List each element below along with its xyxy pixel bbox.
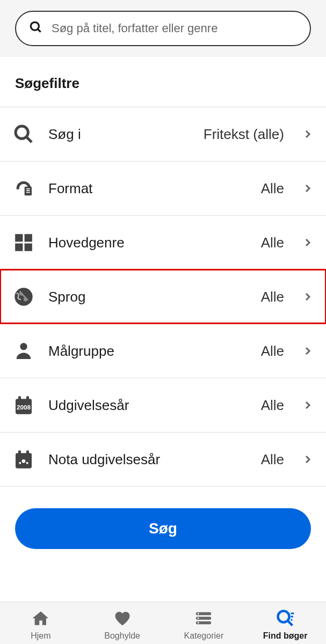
svg-line-31: [288, 621, 293, 626]
filter-row-udgivelsesår[interactable]: 2008 Udgivelsesår Alle: [0, 378, 326, 432]
chevron-right-icon: [301, 290, 314, 303]
filter-label: Udgivelsesår: [48, 397, 248, 414]
calendar-nota-icon: [12, 448, 35, 471]
nav-item-kategorier[interactable]: Kategorier: [163, 609, 245, 641]
calendar-year-icon: 2008: [12, 393, 35, 417]
search-box[interactable]: [15, 11, 311, 46]
svg-point-28: [198, 618, 199, 619]
nav-label: Find bøger: [263, 631, 308, 641]
svg-rect-5: [26, 188, 30, 189]
heart-icon: [113, 609, 132, 628]
svg-rect-19: [18, 450, 21, 455]
search-find-icon: [276, 609, 295, 628]
nav-item-find-bøger[interactable]: Find bøger: [244, 609, 326, 641]
format-icon: [12, 177, 35, 200]
chevron-right-icon: [301, 399, 314, 412]
nav-label: Hjem: [31, 631, 50, 641]
filter-label: Nota udgivelsesår: [48, 451, 248, 468]
nav-label: Kategorier: [184, 631, 223, 641]
grid-icon: [12, 231, 35, 254]
nav-item-hjem[interactable]: Hjem: [0, 609, 82, 641]
home-icon: [31, 609, 50, 628]
svg-rect-6: [26, 190, 30, 191]
filter-value: Alle: [261, 397, 284, 414]
globe-icon: [12, 285, 35, 309]
filter-value: Alle: [261, 180, 284, 197]
svg-point-30: [278, 611, 289, 623]
nav-label: Boghylde: [104, 631, 140, 641]
chevron-right-icon: [301, 236, 314, 249]
filter-value: Alle: [261, 235, 284, 251]
svg-rect-15: [18, 396, 21, 400]
svg-rect-7: [26, 192, 30, 193]
filter-value: Alle: [261, 451, 284, 468]
svg-line-1: [38, 29, 40, 32]
chevron-right-icon: [301, 182, 314, 195]
chevron-right-icon: [301, 453, 314, 466]
svg-rect-8: [15, 234, 23, 241]
search-input[interactable]: [52, 21, 297, 35]
svg-point-27: [198, 613, 199, 614]
bottom-nav: Hjem Boghylde Kategorier Find bøger: [0, 602, 326, 644]
svg-point-22: [19, 462, 21, 464]
search-header: [0, 0, 326, 57]
search-button-container: Søg: [0, 487, 326, 570]
filter-label: Målgruppe: [48, 343, 248, 360]
filter-label: Format: [48, 180, 248, 197]
filter-row-nota-udgivelsesår[interactable]: Nota udgivelsesår Alle: [0, 432, 326, 487]
chevron-right-icon: [301, 128, 314, 141]
svg-point-2: [16, 126, 28, 138]
svg-point-21: [22, 459, 26, 463]
svg-point-13: [20, 343, 27, 350]
svg-point-23: [26, 462, 28, 464]
filter-value: Fritekst (alle): [204, 126, 284, 143]
svg-rect-20: [26, 450, 29, 455]
search-icon: [29, 20, 43, 36]
section-title: Søgefiltre: [0, 57, 326, 107]
filter-label: Søg i: [48, 126, 191, 143]
svg-rect-11: [25, 244, 32, 251]
filter-row-hovedgenre[interactable]: Hovedgenre Alle: [0, 215, 326, 269]
person-icon: [12, 339, 35, 363]
filter-value: Alle: [261, 343, 284, 360]
filter-row-målgruppe[interactable]: Målgruppe Alle: [0, 324, 326, 378]
filter-row-sprog[interactable]: Sprog Alle: [0, 269, 326, 324]
filter-row-søg-i[interactable]: Søg i Fritekst (alle): [0, 107, 326, 161]
search-button[interactable]: Søg: [15, 508, 311, 549]
filter-value: Alle: [261, 289, 284, 305]
svg-rect-10: [15, 244, 23, 251]
search-icon: [12, 122, 35, 146]
svg-point-29: [198, 622, 199, 624]
svg-text:2008: 2008: [17, 404, 31, 411]
nav-item-boghylde[interactable]: Boghylde: [82, 609, 163, 641]
filter-row-format[interactable]: Format Alle: [0, 161, 326, 215]
content: Søgefiltre Søg i Fritekst (alle) Format …: [0, 57, 326, 602]
svg-point-0: [31, 22, 39, 30]
svg-rect-9: [25, 234, 32, 241]
svg-line-3: [26, 137, 32, 142]
list-icon: [194, 609, 213, 628]
chevron-right-icon: [301, 345, 314, 357]
svg-rect-16: [26, 396, 29, 400]
filter-label: Sprog: [48, 289, 248, 305]
filter-label: Hovedgenre: [48, 235, 248, 251]
